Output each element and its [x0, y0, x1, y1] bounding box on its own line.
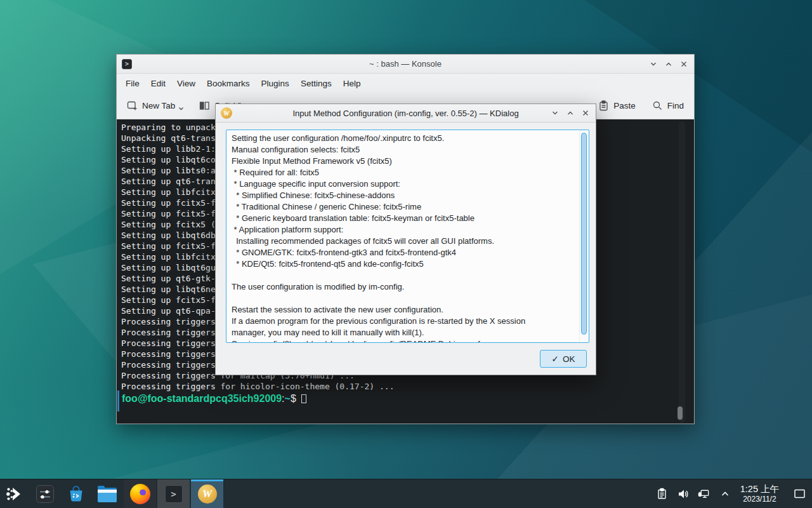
find-button[interactable]: Find [652, 100, 684, 111]
ok-button[interactable]: ✓ OK [540, 350, 587, 368]
dialog-text-line [232, 293, 576, 305]
kdialog-window-title: Input Method Configuration (im-config, v… [216, 109, 596, 118]
clipboard-tray-button[interactable] [656, 488, 669, 500]
close-button[interactable] [580, 109, 590, 118]
kdialog-window: W Input Method Configuration (im-config,… [215, 104, 596, 375]
split-view-icon [199, 100, 210, 111]
task-konsole[interactable]: > [157, 479, 190, 508]
dolphin-folder-icon [98, 486, 117, 502]
find-label: Find [667, 101, 684, 110]
konsole-titlebar[interactable]: > ~ : bash — Konsole [117, 55, 694, 74]
search-icon [652, 100, 663, 111]
application-launcher-button[interactable] [4, 479, 24, 508]
menu-item[interactable]: Help [343, 79, 361, 88]
new-tab-icon [127, 100, 138, 111]
chevron-up-icon [664, 60, 673, 69]
dialog-text-line: * Traditional Chinese / generic Chinese:… [232, 202, 576, 213]
digital-clock[interactable]: 1:25 上午 2023/11/2 [740, 484, 779, 504]
chevron-up-icon [720, 489, 730, 499]
tray-expander-button[interactable] [719, 488, 731, 500]
dialog-text-line: * Application platform support: [232, 225, 576, 236]
dialog-text-line: Flexible Input Method Framework v5 (fcit… [232, 156, 576, 168]
terminal-line: Processing triggers for hicolor-icon-the… [121, 382, 694, 392]
dialog-text-line: Installing recommended packages of fcitx… [232, 236, 576, 248]
dialog-text-line: Manual configuration selects: fcitx5 [232, 145, 576, 156]
task-kdialog-active[interactable]: W [191, 479, 223, 508]
system-settings-button[interactable] [35, 479, 55, 508]
chevron-up-icon [566, 109, 575, 117]
dialog-text-line: * KDE/Qt5: fcitx5-frontend-qt5 and kde-c… [232, 259, 576, 271]
paste-icon [598, 100, 609, 111]
paste-label: Paste [613, 101, 636, 110]
menu-item[interactable]: Plugins [261, 79, 289, 88]
maximize-button[interactable] [565, 109, 575, 118]
wine-w-icon: W [198, 485, 217, 504]
dialog-text: Setting the user configuration /home/foo… [226, 130, 589, 343]
menu-item[interactable]: File [126, 79, 140, 88]
kde-launcher-icon [6, 486, 22, 502]
ok-button-label: OK [563, 354, 575, 364]
file-manager-button[interactable] [97, 479, 117, 508]
dialog-text-area[interactable]: Setting the user configuration /home/foo… [226, 130, 589, 343]
konsole-window-title: ~ : bash — Konsole [117, 59, 694, 69]
network-tray-button[interactable] [698, 488, 710, 500]
dialog-text-line: * Language specific input conversion sup… [232, 179, 576, 190]
firefox-icon [130, 484, 150, 504]
close-button[interactable] [679, 59, 688, 69]
clock-time: 1:25 上午 [740, 484, 779, 495]
menu-item[interactable]: Bookmarks [207, 79, 250, 88]
speaker-icon [677, 488, 690, 500]
dialog-scrollbar[interactable] [579, 131, 588, 342]
discover-button[interactable] [66, 479, 86, 508]
system-tray [656, 488, 731, 500]
show-desktop-button[interactable] [792, 479, 807, 508]
clipboard-icon [656, 488, 668, 500]
new-tab-label: New Tab [142, 101, 175, 110]
chevron-down-icon [551, 109, 560, 117]
dialog-text-line [232, 271, 576, 282]
dialog-text-line: * GNOME/GTK: fcitx5-frontend-gtk3 and fc… [232, 248, 576, 259]
clock-date: 2023/11/2 [740, 495, 779, 504]
volume-tray-button[interactable] [677, 488, 690, 500]
paste-button[interactable]: Paste [598, 100, 636, 111]
chevron-down-icon [649, 60, 658, 69]
minimize-button[interactable] [648, 59, 658, 69]
konsole-icon: > [165, 485, 183, 503]
desktop-background: > ~ : bash — Konsole File Edit V [0, 0, 812, 508]
minimize-button[interactable] [550, 109, 560, 118]
task-firefox[interactable] [124, 479, 156, 508]
close-icon [679, 60, 688, 69]
show-desktop-icon [794, 488, 806, 499]
dialog-text-line: Restart the session to activate the new … [232, 305, 576, 316]
dialog-text-line: The user configuration is modified by im… [232, 282, 576, 293]
dialog-scrollbar-thumb[interactable] [581, 133, 587, 335]
dialog-text-line: * Generic keyboard translation table: fc… [232, 213, 576, 225]
chevron-down-icon [178, 107, 184, 111]
dialog-text-line: See im-config(8) and /usr/share/doc/im-c… [232, 339, 576, 343]
kdialog-titlebar[interactable]: W Input Method Configuration (im-config,… [216, 104, 596, 123]
konsole-menubar: File Edit View Bookmarks Plugins Setting… [117, 74, 694, 93]
taskbar: > W [0, 479, 812, 508]
menu-item[interactable]: Edit [151, 79, 166, 88]
dialog-text-line: manager, you may need to kill it manuall… [232, 328, 576, 339]
check-icon: ✓ [552, 354, 559, 364]
dialog-text-line: If a daemon program for the previous con… [232, 316, 576, 328]
new-tab-button[interactable]: New Tab [127, 100, 185, 111]
menu-item[interactable]: Settings [301, 79, 332, 88]
dialog-text-line: * Simplified Chinese: fcitx5-chinese-add… [232, 190, 576, 202]
settings-sliders-icon [36, 485, 54, 503]
close-icon [581, 109, 590, 117]
menu-item[interactable]: View [177, 79, 195, 88]
dialog-text-line: * Required for all: fcitx5 [232, 168, 576, 179]
discover-bag-icon [67, 485, 86, 504]
maximize-button[interactable] [664, 59, 673, 69]
network-icon [698, 488, 710, 500]
dialog-text-line: Setting the user configuration /home/foo… [232, 133, 576, 145]
